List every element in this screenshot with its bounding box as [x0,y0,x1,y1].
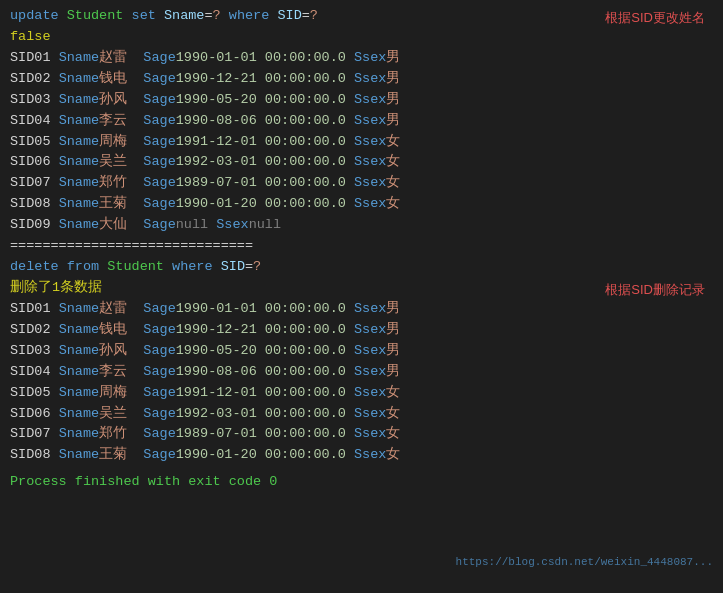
console-line: ============================== [10,236,713,257]
console-line: SID05 Sname周梅 Sage1991-12-01 00:00:00.0 … [10,132,713,153]
console-line: SID07 Sname郑竹 Sage1989-07-01 00:00:00.0 … [10,424,713,445]
console-line: SID02 Sname钱电 Sage1990-12-21 00:00:00.0 … [10,69,713,90]
console-line: SID02 Sname钱电 Sage1990-12-21 00:00:00.0 … [10,320,713,341]
process-finished-line: Process finished with exit code 0 [10,472,713,493]
console-line: SID05 Sname周梅 Sage1991-12-01 00:00:00.0 … [10,383,713,404]
console-line: false [10,27,713,48]
console-line: SID09 Sname大仙 Sagenull Ssexnull [10,215,713,236]
console-line: SID07 Sname郑竹 Sage1989-07-01 00:00:00.0 … [10,173,713,194]
console-output: update Student set Sname=? where SID=?fa… [0,0,723,593]
console-line: SID03 Sname孙风 Sage1990-05-20 00:00:00.0 … [10,90,713,111]
console-line: SID01 Sname赵雷 Sage1990-01-01 00:00:00.0 … [10,299,713,320]
console-line: SID08 Sname王菊 Sage1990-01-20 00:00:00.0 … [10,194,713,215]
console-line: SID01 Sname赵雷 Sage1990-01-01 00:00:00.0 … [10,48,713,69]
console-line: SID06 Sname吴兰 Sage1992-03-01 00:00:00.0 … [10,404,713,425]
annotation-update: 根据SID更改姓名 [605,8,705,28]
watermark: https://blog.csdn.net/weixin_4448087... [456,554,713,571]
console-line: SID04 Sname李云 Sage1990-08-06 00:00:00.0 … [10,362,713,383]
annotation-delete: 根据SID删除记录 [605,280,705,300]
console-line: SID08 Sname王菊 Sage1990-01-20 00:00:00.0 … [10,445,713,466]
console-line: SID06 Sname吴兰 Sage1992-03-01 00:00:00.0 … [10,152,713,173]
console-line: delete from Student where SID=? [10,257,713,278]
console-line: SID03 Sname孙风 Sage1990-05-20 00:00:00.0 … [10,341,713,362]
console-line: SID04 Sname李云 Sage1990-08-06 00:00:00.0 … [10,111,713,132]
